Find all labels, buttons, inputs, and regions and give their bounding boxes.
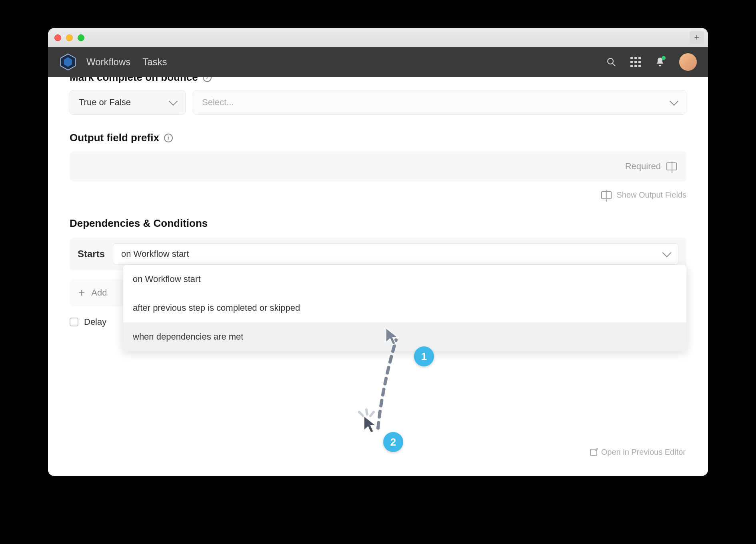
config-card: Mark complete on bounce i True or False … <box>60 77 696 337</box>
apps-grid-icon[interactable] <box>630 57 641 67</box>
required-label: Required <box>625 161 661 172</box>
user-avatar[interactable] <box>679 53 697 71</box>
maximize-window-button[interactable] <box>78 34 84 41</box>
open-previous-editor-label: Open in Previous Editor <box>601 448 686 457</box>
bounce-type-value: True or False <box>79 97 131 108</box>
bounce-value-placeholder: Select... <box>202 97 234 108</box>
show-output-fields-link[interactable]: Show Output Fields <box>70 190 686 200</box>
titlebar: + <box>48 28 708 47</box>
delay-checkbox[interactable] <box>70 318 78 326</box>
output-prefix-heading: Output field prefix i <box>70 132 686 144</box>
external-link-icon <box>590 449 597 456</box>
add-condition-label: Add <box>91 288 107 298</box>
output-prefix-label: Output field prefix <box>70 132 159 144</box>
nav-workflows[interactable]: Workflows <box>86 56 130 68</box>
app-logo-icon[interactable] <box>59 53 77 71</box>
starts-dropdown: on Workflow start after previous step is… <box>123 265 686 351</box>
appbar: Workflows Tasks <box>48 47 708 77</box>
chevron-down-icon <box>169 97 178 106</box>
starts-select-value: on Workflow start <box>121 249 189 259</box>
plus-icon: + <box>78 286 85 299</box>
show-output-label: Show Output Fields <box>616 190 686 200</box>
delay-label: Delay <box>84 317 106 327</box>
dependencies-heading: Dependencies & Conditions <box>70 217 686 230</box>
dropdown-option-previous-step[interactable]: after previous step is completed or skip… <box>123 294 686 322</box>
info-icon[interactable]: i <box>164 134 173 142</box>
minimize-window-button[interactable] <box>66 34 73 41</box>
dropdown-option-dependencies-met[interactable]: when dependencies are met <box>123 322 686 351</box>
svg-line-3 <box>612 63 615 66</box>
svg-point-2 <box>608 58 613 64</box>
field-mapping-icon <box>601 191 612 199</box>
close-window-button[interactable] <box>54 34 61 41</box>
dropdown-option-workflow-start[interactable]: on Workflow start <box>123 265 686 294</box>
output-prefix-input[interactable]: Required <box>70 151 686 182</box>
app-window: + Workflows Tasks Mark complete on bounc… <box>48 28 708 476</box>
starts-label: Starts <box>78 248 105 260</box>
nav-tasks[interactable]: Tasks <box>142 56 167 68</box>
mark-complete-heading: Mark complete on bounce i <box>70 77 686 84</box>
starts-select[interactable]: on Workflow start <box>113 243 678 265</box>
mark-complete-label: Mark complete on bounce <box>70 77 198 84</box>
notification-dot <box>662 56 666 60</box>
open-previous-editor-link[interactable]: Open in Previous Editor <box>590 448 686 457</box>
bounce-type-select[interactable]: True or False <box>70 90 186 115</box>
notifications-icon[interactable] <box>655 57 665 67</box>
new-tab-button[interactable]: + <box>690 31 704 44</box>
chevron-down-icon <box>670 97 679 106</box>
search-icon[interactable] <box>606 57 616 67</box>
traffic-lights <box>54 34 84 41</box>
info-icon[interactable]: i <box>203 77 212 82</box>
starts-row: Starts on Workflow start on Workflow sta… <box>70 238 686 270</box>
content-area: Mark complete on bounce i True or False … <box>48 77 708 476</box>
chevron-down-icon <box>662 248 672 258</box>
field-mapping-icon <box>666 162 677 170</box>
bounce-value-select[interactable]: Select... <box>193 90 686 115</box>
